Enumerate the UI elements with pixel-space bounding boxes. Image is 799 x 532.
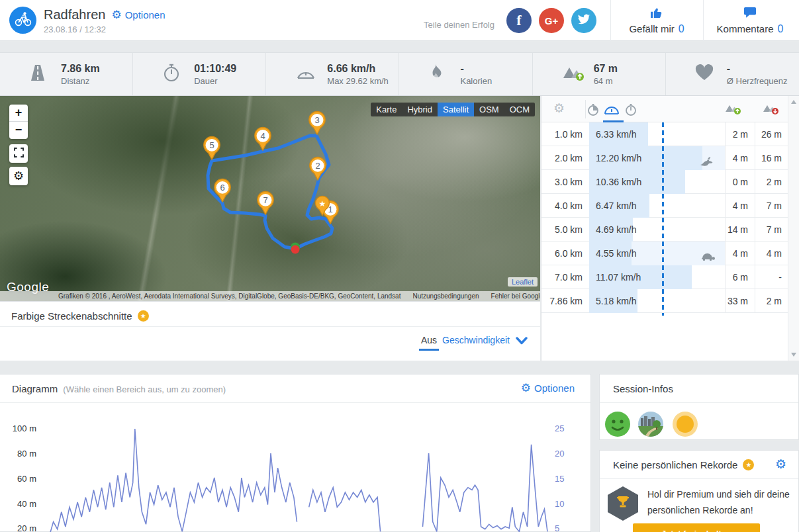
split-speed-cell: 4.69 km/h <box>589 218 725 242</box>
comments-button[interactable]: Kommentare0 <box>704 0 796 41</box>
split-speed-cell: 6.33 km/h <box>589 122 725 146</box>
gear-icon: ⚙ <box>13 169 24 183</box>
split-row[interactable]: 1.0 km6.33 km/h2 m26 m <box>541 122 788 146</box>
stat-dauer: 01:10:49Dauer <box>133 53 266 95</box>
smiley-icon[interactable] <box>605 412 630 437</box>
map-layer-karte[interactable]: Karte <box>371 103 402 116</box>
split-distance: 5.0 km <box>541 224 589 235</box>
split-speed: 11.07 km/h <box>589 272 641 283</box>
split-row[interactable]: 6.0 km4.55 km/h4 m4 m <box>541 242 788 265</box>
terms-link[interactable]: Nutzungsbedingungen <box>412 292 479 300</box>
start-star-marker[interactable]: ★ <box>314 195 330 216</box>
page-title: Radfahren <box>44 7 105 22</box>
twitter-share-button[interactable] <box>571 8 596 33</box>
splits-settings-gear-icon[interactable]: ⚙ <box>553 102 565 114</box>
fullscreen-button[interactable] <box>9 144 28 163</box>
divider <box>600 478 798 479</box>
colored-segments-section: Farbige Streckenabschnitte ★ Aus Geschwi… <box>0 301 540 361</box>
stat-64-m: 67 m64 m <box>533 53 666 95</box>
attribution-text: Grafiken © 2016 , AeroWest, Aerodata Int… <box>58 292 400 300</box>
split-climb: 4 m <box>725 146 755 170</box>
diagram-options-link[interactable]: ⚙ Optionen <box>521 382 575 394</box>
zoom-out-button[interactable]: − <box>9 122 28 139</box>
comments-count: 0 <box>777 23 783 34</box>
splits-panel: ⚙ <box>541 96 799 361</box>
elevation-gain-column-icon[interactable] <box>725 102 742 118</box>
route-map[interactable]: 1234567★ + − ⚙ KarteHybridSatellitOSMOCM… <box>0 96 540 301</box>
diagram-subtitle: (Wähle einen Bereich aus, um zu zoomen) <box>63 384 226 394</box>
stat-label: Dauer <box>194 75 236 87</box>
map-settings-button[interactable]: ⚙ <box>9 167 28 185</box>
report-error-link[interactable]: Fehler bei Google Maps melden <box>491 292 540 300</box>
segments-speed-toggle[interactable]: Geschwindigkeit <box>442 335 510 345</box>
road-icon <box>29 64 46 85</box>
km-marker-2[interactable]: 2 <box>308 156 327 181</box>
split-row[interactable]: 3.0 km10.36 km/h0 m2 m <box>541 170 788 194</box>
map-layer-osm[interactable]: OSM <box>474 103 504 116</box>
km-marker-4[interactable]: 4 <box>254 126 272 152</box>
map-layer-ocm[interactable]: OCM <box>504 103 535 116</box>
split-row[interactable]: 7.86 km5.18 km/h33 m2 m <box>541 289 788 313</box>
leaflet-attribution[interactable]: Leaflet <box>508 277 538 287</box>
header-options-link[interactable]: ⚙ Optionen <box>111 9 165 21</box>
split-row[interactable]: 4.0 km6.47 km/h4 m7 m <box>541 194 788 218</box>
split-distance: 7.0 km <box>541 272 589 283</box>
records-card: Keine persönlichen Rekorde ★ ⚙ Hol dir P… <box>599 450 799 532</box>
stat-label: Distanz <box>61 75 100 87</box>
split-speed: 10.36 km/h <box>589 177 641 187</box>
map-attribution: Grafiken © 2016 , AeroWest, Aerodata Int… <box>0 291 540 301</box>
divider <box>600 402 798 403</box>
stat-value: 6.66 km/h <box>327 62 389 75</box>
zoom-in-button[interactable]: + <box>9 105 28 122</box>
km-marker-7[interactable]: 7 <box>256 191 275 216</box>
records-settings-gear-icon[interactable]: ⚙ <box>775 458 786 470</box>
sun-icon[interactable] <box>673 412 698 437</box>
svg-text:★: ★ <box>319 199 326 208</box>
stat-value: 01:10:49 <box>194 62 236 75</box>
right-axis-tick: 5 <box>555 523 559 532</box>
landscape-icon[interactable] <box>638 412 663 437</box>
map-layer-satellit[interactable]: Satellit <box>438 103 474 116</box>
flame-icon <box>428 64 443 85</box>
chevron-down-icon[interactable] <box>516 335 528 347</box>
scroll-up-arrow-icon[interactable] <box>791 100 796 104</box>
stat-label: Kalorien <box>460 75 492 87</box>
session-infos-title: Session-Infos <box>613 383 673 394</box>
km-marker-5[interactable]: 5 <box>203 136 221 161</box>
facebook-share-button[interactable]: f <box>506 8 532 33</box>
split-row[interactable]: 5.0 km4.69 km/h14 m7 m <box>541 218 788 242</box>
split-distance: 2.0 km <box>541 153 589 163</box>
split-climb: 33 m <box>725 289 755 313</box>
splits-scrollbar[interactable] <box>788 96 799 361</box>
split-row[interactable]: 7.0 km11.07 km/h6 m- <box>541 265 788 289</box>
right-axis-tick: 25 <box>555 423 564 433</box>
tab-speed[interactable] <box>603 101 620 118</box>
split-row[interactable]: 2.0 km12.20 km/h4 m16 m <box>541 146 788 170</box>
googleplus-share-button[interactable]: G+ <box>539 8 564 33</box>
split-speed: 4.69 km/h <box>589 224 636 235</box>
tab-pace[interactable] <box>585 101 602 118</box>
svg-text:4: 4 <box>260 131 265 141</box>
like-button[interactable]: Gefällt mir0 <box>611 0 702 41</box>
tab-duration[interactable] <box>622 101 639 118</box>
segments-off-toggle[interactable]: Aus <box>421 335 437 345</box>
speed-chart[interactable] <box>46 404 549 532</box>
split-speed: 5.18 km/h <box>589 296 636 306</box>
map-layer-hybrid[interactable]: Hybrid <box>402 103 438 116</box>
split-climb: 0 m <box>725 170 755 194</box>
thumbs-up-icon <box>650 7 663 21</box>
split-climb: 6 m <box>725 265 755 289</box>
unlock-premium-button[interactable]: Jetzt freischalten <box>633 523 760 532</box>
split-speed: 6.47 km/h <box>589 200 636 211</box>
svg-text:3: 3 <box>314 115 319 125</box>
trophy-badge <box>608 486 638 521</box>
left-axis-tick: 40 m <box>0 499 36 509</box>
stat-label: Max 29.62 km/h <box>327 75 389 87</box>
split-distance: 1.0 km <box>541 129 589 140</box>
km-marker-3[interactable]: 3 <box>308 111 326 136</box>
elevation-loss-column-icon[interactable] <box>763 102 780 118</box>
stat-label: 64 m <box>594 75 618 87</box>
scroll-down-arrow-icon[interactable] <box>791 353 796 357</box>
header: Radfahren ⚙ Optionen 23.08.16 / 12:32 Te… <box>0 0 799 41</box>
km-marker-6[interactable]: 6 <box>213 178 232 203</box>
